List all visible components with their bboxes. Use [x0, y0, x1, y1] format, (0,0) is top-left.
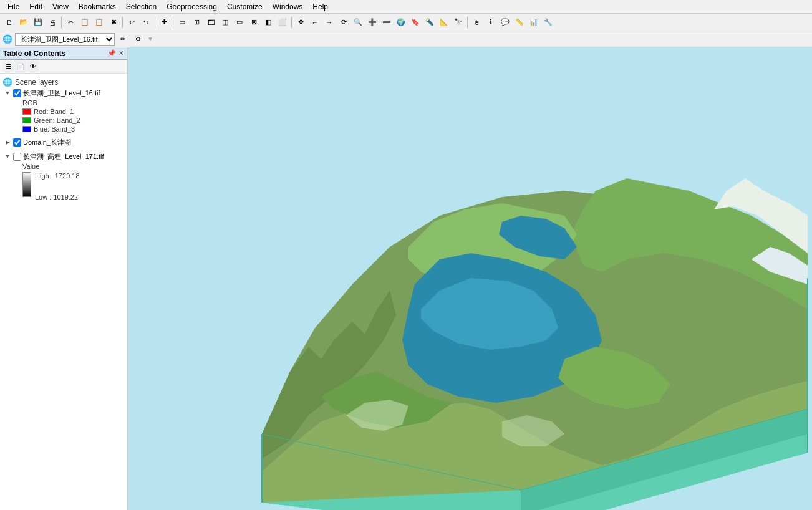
layer-group: ▼ 长津湖_卫图_Level_16.tif RGB Red: Band_1: [4, 88, 126, 201]
scene-layers-label: 🌐 Scene layers: [1, 76, 126, 88]
measure-btn[interactable]: 📐: [437, 16, 451, 29]
terrain-scene: [128, 47, 812, 510]
frame-btn[interactable]: ▭: [233, 16, 246, 29]
blue-swatch: [22, 126, 31, 132]
layer3-low-label: Low : 1019.22: [35, 193, 80, 201]
open-btn[interactable]: 📂: [17, 16, 31, 29]
menu-customize[interactable]: Customize: [222, 1, 268, 12]
toc-list-btn[interactable]: ☰: [2, 61, 14, 72]
green-swatch: [22, 117, 31, 123]
zoom-minus-btn[interactable]: ➖: [380, 16, 394, 29]
stats-btn[interactable]: 📊: [527, 16, 541, 29]
pan-btn[interactable]: ✥: [294, 16, 307, 29]
layer3-expand-icon[interactable]: ▼: [4, 152, 11, 161]
toc-close-btn[interactable]: ✕: [118, 49, 124, 57]
layer1-rgb-text: RGB: [22, 99, 37, 107]
layout-btn[interactable]: 🗔: [204, 16, 218, 29]
sep1: [61, 17, 62, 28]
zoom-in-btn[interactable]: 🔍: [351, 16, 365, 29]
select-cursor-btn[interactable]: 🖱: [470, 16, 483, 29]
select-btn[interactable]: ⊠: [247, 16, 261, 29]
cut-btn[interactable]: ✂: [64, 16, 77, 29]
callout-btn[interactable]: 💬: [498, 16, 512, 29]
list-item: ▶ Domain_长津湖: [4, 137, 126, 148]
layer1-expand-icon[interactable]: ▼: [4, 89, 11, 97]
add-data-btn[interactable]: ✚: [157, 16, 171, 29]
bookmark-btn[interactable]: 🔖: [408, 16, 422, 29]
map-area[interactable]: [128, 47, 812, 510]
map-dropdown-arrow: ▼: [147, 36, 153, 42]
layer1-legend-rgb-label: RGB: [22, 99, 126, 107]
sep6: [467, 17, 468, 28]
map-selector[interactable]: 长津湖_卫图_Level_16.tif: [15, 33, 115, 46]
menu-view[interactable]: View: [47, 1, 74, 12]
new-btn[interactable]: 🗋: [2, 16, 16, 29]
info-btn[interactable]: ℹ: [484, 16, 498, 29]
print-btn[interactable]: 🖨: [46, 16, 59, 29]
layer3-checkbox[interactable]: [13, 153, 21, 161]
list-item: ▼ 长津湖_高程_Level_171.tif: [4, 152, 126, 162]
toc-title: Table of Contents: [3, 49, 65, 58]
list-item: ▼ 长津湖_卫图_Level_16.tif: [4, 88, 126, 99]
toc-controls: 📌 ✕: [107, 49, 124, 57]
menu-selection[interactable]: Selection: [121, 1, 162, 12]
layer3-value-text: Value: [22, 163, 39, 170]
layer1-blue-label: Blue: Band_3: [34, 125, 75, 133]
editor-btn[interactable]: ⬜: [276, 16, 289, 29]
globe-small-icon: 🌐: [2, 34, 12, 44]
toc-panel: Table of Contents 📌 ✕ ☰ 📄 👁 🌐 Scene laye…: [0, 47, 128, 510]
red-swatch: [22, 108, 31, 115]
full-extent-btn[interactable]: ⟳: [337, 16, 350, 29]
toc-toolbar: ☰ 📄 👁: [0, 60, 127, 74]
paste-btn[interactable]: 📋: [92, 16, 106, 29]
delete-btn[interactable]: ✖: [107, 16, 120, 29]
main-layout: Table of Contents 📌 ✕ ☰ 📄 👁 🌐 Scene laye…: [0, 47, 812, 510]
sep2: [122, 17, 123, 28]
toc-source-btn[interactable]: 📄: [15, 61, 26, 72]
legend-values: High : 1729.18 Low : 1019.22: [35, 172, 80, 201]
globe-layers-icon: 🌐: [2, 77, 12, 87]
back-btn[interactable]: ←: [308, 16, 322, 29]
zoom-plus-btn[interactable]: ➕: [365, 16, 379, 29]
layer1-name[interactable]: 长津湖_卫图_Level_16.tif: [23, 89, 100, 98]
menu-geoprocessing[interactable]: Geoprocessing: [162, 1, 222, 12]
forward-btn[interactable]: →: [322, 16, 336, 29]
scene-layers-text: Scene layers: [15, 78, 58, 87]
binoculars-btn[interactable]: 🔭: [452, 16, 465, 29]
layer2-checkbox[interactable]: [13, 138, 21, 147]
layer2-expand-icon[interactable]: ▶: [4, 138, 11, 147]
layer3-high-label: High : 1729.18: [35, 172, 80, 180]
map-toolbar: 🌐 长津湖_卫图_Level_16.tif ✏ ⚙ ▼: [0, 31, 812, 47]
menu-help[interactable]: Help: [307, 1, 333, 12]
layer1-checkbox[interactable]: [13, 89, 21, 97]
map-settings-btn[interactable]: ⚙: [131, 32, 145, 46]
map-edit-btn[interactable]: ✏: [116, 32, 130, 46]
identify-btn[interactable]: 🔦: [423, 16, 437, 29]
layer2-name[interactable]: Domain_长津湖: [23, 138, 71, 147]
menu-bookmarks[interactable]: Bookmarks: [74, 1, 121, 12]
layer1-green-label: Green: Band_2: [34, 117, 80, 124]
grid-btn[interactable]: ⊞: [190, 16, 203, 29]
split-btn[interactable]: ◫: [218, 16, 232, 29]
sep5: [291, 17, 292, 28]
menubar: File Edit View Bookmarks Selection Geopr…: [0, 0, 812, 14]
menu-edit[interactable]: Edit: [24, 1, 47, 12]
layer1-legend-green: Green: Band_2: [22, 116, 126, 125]
settings-btn[interactable]: 🔧: [541, 16, 555, 29]
toc-content: 🌐 Scene layers ▼ 长津湖_卫图_Level_16.tif RGB: [0, 74, 127, 510]
attr-btn[interactable]: ◧: [261, 16, 275, 29]
undo-btn[interactable]: ↩: [125, 16, 138, 29]
menu-windows[interactable]: Windows: [268, 1, 308, 12]
toc-visibility-btn[interactable]: 👁: [27, 61, 39, 72]
toc-pin-btn[interactable]: 📌: [107, 49, 116, 57]
menu-file[interactable]: File: [2, 1, 24, 12]
layer3-name[interactable]: 长津湖_高程_Level_171.tif: [23, 152, 104, 161]
copy-btn[interactable]: 📋: [78, 16, 92, 29]
rect-btn[interactable]: ▭: [175, 16, 189, 29]
layer1-legend-blue: Blue: Band_3: [22, 125, 126, 133]
globe-btn[interactable]: 🌍: [394, 16, 408, 29]
layer1-legend: RGB Red: Band_1 Green: Band_2 Blue: Band…: [22, 99, 126, 133]
ruler-btn[interactable]: 📏: [513, 16, 526, 29]
redo-btn[interactable]: ↪: [139, 16, 153, 29]
save-btn[interactable]: 💾: [31, 16, 45, 29]
